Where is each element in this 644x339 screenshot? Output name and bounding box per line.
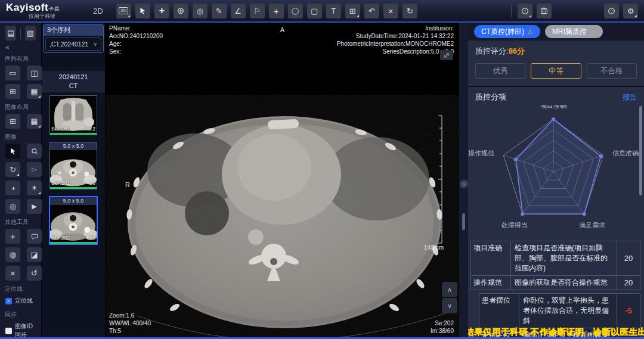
sync-image-id-row[interactable]: 图像ID同步: [0, 321, 41, 339]
ct-axial-image: [106, 23, 459, 339]
qc-subitem-penalty: -5: [617, 294, 640, 328]
toolbar-report-group: [518, 4, 552, 18]
pencil-icon: ✎: [216, 7, 222, 15]
cursor-tool-button[interactable]: [135, 4, 150, 18]
spiral-icon: ◎: [10, 202, 16, 211]
thumbnail-progress-bar: [50, 242, 97, 244]
help-icon: ?: [608, 7, 615, 15]
series-thumbnail-101[interactable]: Ser:101 2: [49, 95, 97, 135]
image-layout-3x3-button[interactable]: ▦: [27, 114, 42, 129]
restore-tool-button[interactable]: ↺: [27, 266, 42, 281]
pan-tool-button[interactable]: ✚: [154, 4, 169, 18]
rectangle-tool-button[interactable]: ▢: [307, 4, 322, 18]
2d-mode-icon: 2D: [119, 7, 128, 14]
series-group-header[interactable]: 20240121 CT: [42, 71, 105, 92]
undo-button[interactable]: ↶: [364, 4, 379, 18]
delete-button[interactable]: ×: [383, 4, 398, 18]
image-play-flag-button[interactable]: ⊳: [27, 162, 42, 177]
layout-1x1-button[interactable]: ▭: [5, 66, 20, 80]
image-params-overlay: Zoom:1.6 WW/WL:400/40 Th:5: [109, 312, 151, 335]
stamp-tool-button[interactable]: ◍: [5, 247, 20, 262]
image-cursor-button[interactable]: [5, 144, 20, 158]
qc-scrollbar-thumb[interactable]: [639, 106, 642, 195]
next-image-button[interactable]: ∨: [442, 298, 457, 313]
series-count-tab[interactable]: 3个序列: [44, 24, 103, 36]
window-level-icon: ◎: [196, 7, 203, 15]
angle-tool-button[interactable]: ∠: [231, 4, 246, 18]
collapse-sidebar-button[interactable]: «: [0, 41, 41, 51]
other-tools-section-label: 其他工具: [0, 214, 41, 228]
report-link[interactable]: 报告: [623, 92, 637, 102]
thumbnail-image-count: 2: [92, 126, 95, 132]
thumbnail-image-count: 60: [89, 180, 95, 186]
qc-item-label: 操作规范: [471, 276, 511, 290]
previous-image-button[interactable]: ∧: [442, 282, 457, 297]
zoom-in-tool-button[interactable]: ⊕: [174, 4, 188, 18]
cobb-angle-tool-button[interactable]: ⚐: [250, 4, 265, 18]
sync-image-id-checkbox[interactable]: [5, 328, 12, 334]
grade-fail-button[interactable]: 不合格: [587, 63, 637, 79]
qc-score-value: 86分: [509, 46, 525, 55]
image-layout-2x2-button[interactable]: ⊞: [5, 114, 20, 129]
scout-line-checkbox[interactable]: ✓: [5, 298, 12, 304]
series-layout-section-label: 序列布局: [0, 51, 41, 65]
layout-1x2-button[interactable]: ◫: [27, 66, 42, 80]
series-thumbnail-202-selected[interactable]: 5.0 x 5.0 Ser:202 60: [49, 196, 98, 245]
image-spiral-button[interactable]: ◎: [5, 199, 20, 214]
help-button[interactable]: ?: [604, 4, 619, 18]
info-button[interactable]: [518, 4, 532, 18]
expand-panel-button[interactable]: ›: [460, 180, 468, 188]
qc-item-score: 20: [617, 276, 640, 290]
add-tool-button[interactable]: +: [5, 229, 20, 244]
image-cursor-icon: [10, 148, 17, 155]
series-thumbnail-201[interactable]: 5.0 x 5.0 Ser:201 60: [49, 142, 97, 189]
window-level-tool-button[interactable]: ◎: [193, 4, 208, 18]
image-invert-button[interactable]: ◑: [5, 181, 20, 195]
accno-text: AccNO:2401210200: [109, 32, 163, 40]
grid-layout-button[interactable]: ⊞: [345, 4, 360, 18]
eraser-tool-button[interactable]: ◪: [27, 247, 42, 262]
cine-play-button[interactable]: ▶: [27, 199, 42, 214]
reset-icon: ↻: [407, 7, 413, 15]
tab-ct-qc[interactable]: CT质控(肺部) ⚠: [474, 25, 540, 38]
image-magnifier-button[interactable]: [27, 144, 42, 158]
grade-excellent-button[interactable]: 优秀: [475, 63, 525, 79]
layout-2x2-button[interactable]: ⊞: [5, 84, 20, 99]
series-position-overlay: Se:202 Im:38/60: [431, 319, 454, 335]
ellipse-tool-button[interactable]: ◯: [288, 4, 303, 18]
grade-medium-button[interactable]: 中等: [531, 63, 581, 79]
crosshair-tool-button[interactable]: +: [269, 4, 284, 18]
chevron-down-icon: ∨: [447, 302, 452, 310]
settings-button[interactable]: ⚙: [623, 4, 638, 18]
report-panel-button[interactable]: ▧: [25, 26, 36, 41]
mode-2d-button[interactable]: 2D: [116, 4, 131, 18]
qc-score-label: 质控评分:: [475, 46, 509, 55]
layout-3x3-button[interactable]: ▦: [27, 84, 42, 99]
panel-divider-strip: ›: [459, 23, 468, 339]
pencil-tool-button[interactable]: ✎: [212, 4, 227, 18]
scout-line-checkbox-row[interactable]: ✓ 定位线: [0, 295, 41, 307]
scout-line-section-label: 定位线: [0, 281, 41, 295]
save-icon: [540, 7, 548, 15]
reset-button[interactable]: ↻: [402, 4, 417, 18]
link-series-button[interactable]: [440, 50, 453, 60]
ct-viewport[interactable]: PName: AccNO:2401210200 Age: Sex: A Inst…: [106, 23, 459, 339]
close-tool-button[interactable]: ×: [5, 266, 20, 281]
comment-tool-button[interactable]: [27, 229, 42, 244]
text-tool-button[interactable]: T: [326, 4, 341, 18]
tab-mri-qc[interactable]: MRI脑质控 ⚠: [545, 25, 603, 38]
viewport-scrollbar-thumb[interactable]: [462, 213, 465, 230]
save-button[interactable]: [537, 4, 552, 18]
image-rotate-button[interactable]: ↻: [5, 162, 20, 177]
thumbnail-panel-button[interactable]: ▤: [5, 26, 16, 41]
thickness-text: Th:5: [109, 327, 151, 335]
stamp-icon: ◍: [10, 250, 16, 259]
chevron-down-icon: ∨: [93, 41, 97, 47]
rectangle-icon: ▢: [311, 7, 318, 15]
series-select[interactable]: ,CT,20240121 ∨: [45, 38, 101, 51]
image-stepper: ∧ ∨: [442, 282, 457, 314]
image-brightness-button[interactable]: ☀: [27, 181, 42, 195]
qc-item-description: 图像的获取是否符合操作规范: [511, 276, 617, 290]
svg-text:操作规范: 操作规范: [468, 150, 494, 157]
svg-text:?: ?: [611, 8, 613, 13]
